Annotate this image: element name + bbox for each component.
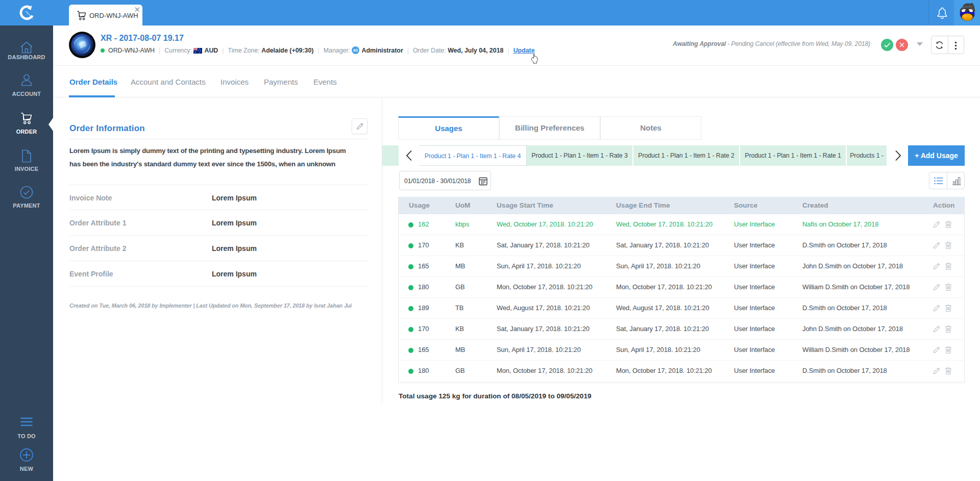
svg-text:AD: AD [353, 48, 358, 52]
